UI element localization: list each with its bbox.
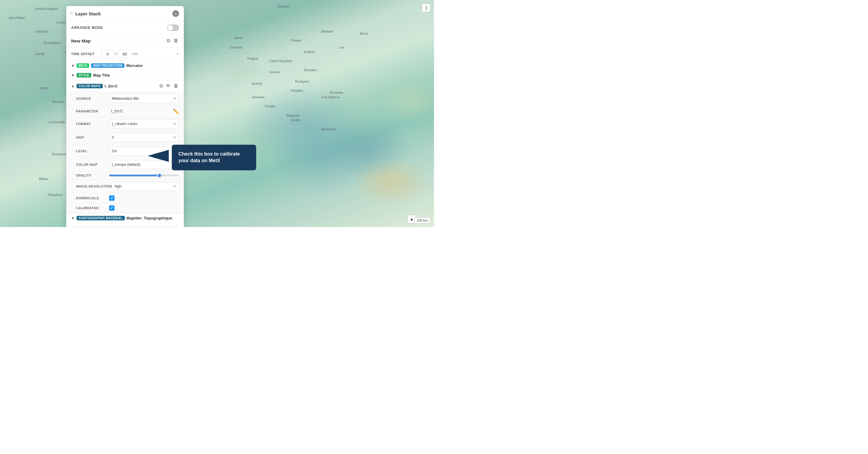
style-badge: STYLE: [76, 73, 91, 78]
tooltip-arrow-icon: [145, 150, 169, 162]
parameter-field-row: PARAMETER t_2m:C ✏️: [66, 105, 184, 117]
map-scale: 100 km: [414, 217, 430, 223]
time-clear-button[interactable]: ×: [176, 51, 179, 57]
section-style[interactable]: ▼ STYLE Map Title: [66, 70, 184, 80]
source-label: SOURCE: [76, 97, 109, 100]
time-input-group: h min ×: [101, 50, 179, 58]
unit-field-row: UNIT C: [66, 131, 184, 144]
panel-header: ⠿ Layer Stack ×: [66, 6, 184, 22]
map-projection-chevron: ▼: [71, 64, 75, 68]
section-color-maps[interactable]: ▲ COLOR MAPS t_2m:C ⧉ 👁 🗑: [66, 80, 184, 92]
level-label: LEVEL: [76, 149, 109, 153]
new-map-title: New Map: [71, 38, 91, 43]
image-resolution-label: IMAGE RESOLUTION: [76, 184, 112, 188]
opacity-field-row: OPACITY: [66, 172, 184, 180]
new-map-row: New Map ⧉ 🗑: [66, 34, 184, 47]
time-offset-label: TIME OFFSET: [71, 52, 98, 56]
time-offset-row: TIME OFFSET h min ×: [66, 47, 184, 61]
color-maps-title: t_2m:C: [104, 84, 118, 88]
cartographic-badge: CARTOGRAPHIC MATERIAL: [76, 216, 125, 220]
arrange-mode-label: ARRANGE MODE: [71, 26, 103, 30]
svg-marker-0: [148, 150, 169, 162]
map-projection-badge: MAP PROJECTION: [91, 63, 124, 68]
time-hours-input[interactable]: [101, 50, 114, 58]
source-field-row: SOURCE Meteomatics Mix: [66, 92, 184, 105]
section-map-projection[interactable]: ▼ BETA MAP PROJECTION Mercator: [66, 61, 184, 70]
map-projection-title: Mercator: [126, 63, 143, 68]
opacity-slider-thumb[interactable]: [157, 173, 162, 178]
parameter-label: PARAMETER: [76, 110, 109, 113]
add-layer-button[interactable]: + Add Layer: [71, 227, 179, 227]
calibrated-label: CALIBRATED: [76, 206, 109, 210]
color-maps-badge: COLOR MAPS: [76, 84, 103, 88]
map-expand-button[interactable]: ⟩: [422, 4, 430, 12]
tooltip-text: Check this box to calibrate your data on…: [179, 151, 240, 163]
color-maps-chevron: ▲: [71, 84, 75, 88]
visibility-toggle-button[interactable]: 👁: [165, 83, 171, 89]
beta-badge: BETA: [76, 63, 89, 68]
format-label: FORMAT: [76, 122, 109, 126]
style-title: Map Title: [93, 73, 110, 78]
delete-map-button[interactable]: 🗑: [173, 37, 179, 44]
tooltip-callout: Check this box to calibrate your data on…: [172, 145, 256, 170]
layer-stack-panel: ⠿ Layer Stack × ARRANGE MODE New Map ⧉ 🗑…: [66, 6, 184, 227]
calibrated-checkbox[interactable]: [109, 205, 115, 211]
calibrated-field-row: CALIBRATED: [66, 203, 184, 213]
parameter-value: t_2m:C: [109, 108, 171, 115]
color-map-label: COLOR MAP: [76, 163, 109, 167]
downscale-checkbox[interactable]: [109, 195, 115, 201]
close-button[interactable]: ×: [173, 10, 179, 17]
unit-select[interactable]: C: [109, 133, 179, 142]
opacity-slider-fill: [109, 175, 159, 176]
downscale-label: DOWNSCALE: [76, 196, 109, 200]
cartographic-title: Maptiler: Topographique: [127, 216, 172, 220]
opacity-label: OPACITY: [76, 174, 109, 177]
format-select[interactable]: t_<level>:<unit>: [109, 119, 179, 128]
downscale-field-row: DOWNSCALE: [66, 193, 184, 203]
section-cartographic[interactable]: ▼ CARTOGRAPHIC MATERIAL Maptiler: Topogr…: [66, 213, 184, 223]
image-resolution-field-row: IMAGE RESOLUTION high: [66, 180, 184, 193]
delete-layer-button[interactable]: 🗑: [173, 83, 179, 89]
copy-layer-button[interactable]: ⧉: [159, 83, 163, 89]
panel-title: Layer Stack: [75, 11, 101, 16]
arrange-mode-row: ARRANGE MODE: [66, 22, 184, 34]
parameter-edit-icon[interactable]: ✏️: [173, 109, 179, 114]
time-min-unit: min: [132, 52, 138, 56]
format-field-row: FORMAT t_<level>:<unit>: [66, 117, 184, 131]
new-map-actions: ⧉ 🗑: [166, 37, 179, 44]
time-minutes-input[interactable]: [119, 50, 131, 58]
source-select[interactable]: Meteomatics Mix: [109, 94, 179, 103]
map-terrain: [0, 0, 434, 227]
arrange-mode-toggle[interactable]: [167, 24, 179, 31]
time-h-unit: h: [115, 52, 117, 56]
image-resolution-select[interactable]: high: [112, 182, 179, 191]
opacity-slider[interactable]: [109, 175, 179, 176]
style-chevron: ▼: [71, 73, 75, 78]
stack-icon-button[interactable]: ⧉: [166, 37, 170, 44]
unit-label: UNIT: [76, 135, 109, 139]
drag-handle-icon[interactable]: ⠿: [70, 11, 73, 16]
cartographic-chevron: ▼: [71, 216, 75, 220]
color-maps-actions: ⧉ 👁 🗑: [159, 83, 179, 89]
